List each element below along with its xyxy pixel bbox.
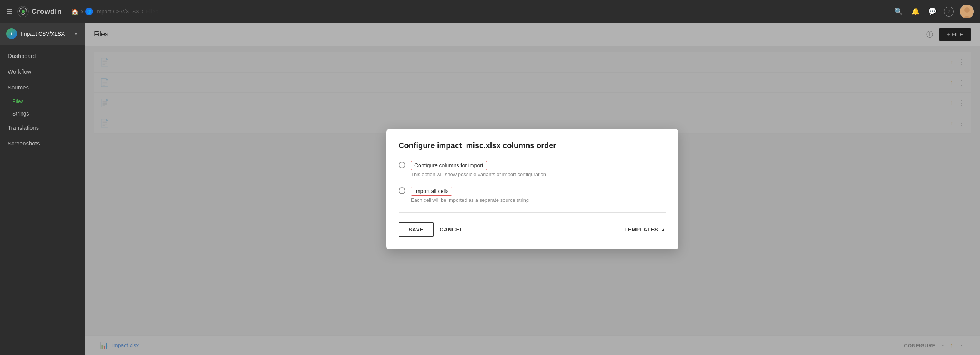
sidebar-item-dashboard[interactable]: Dashboard [0,48,85,64]
help-icon[interactable]: ? [944,7,954,17]
modal-option-import-all: Import all cells Each cell will be impor… [399,187,666,203]
templates-chevron-icon: ▲ [661,226,666,233]
option-configure-label: Configure columns for import [411,161,487,170]
sidebar-item-sources[interactable]: Sources [0,79,85,95]
breadcrumb-sep-2: › [142,8,144,15]
save-button[interactable]: SAVE [399,222,434,237]
option-configure-desc: This option will show possible variants … [411,172,666,177]
layout: i Impact CSV/XLSX ▼ Dashboard Workflow S… [0,23,980,355]
project-chevron-icon: ▼ [74,31,78,36]
option-configure-radio[interactable] [399,162,405,168]
messages-icon[interactable]: 💬 [927,6,938,17]
breadcrumb-sep-1: › [81,8,83,15]
project-name: Impact CSV/XLSX [21,31,70,37]
sidebar-item-workflow[interactable]: Workflow [0,64,85,79]
main-content: Files ⓘ + FILE 📄 ↑ ⋮ 📄 ↑ ⋮ 📄 [85,23,980,355]
option-import-all-label: Import all cells [411,187,452,196]
top-nav-right: 🔍 🔔 💬 ? [893,5,974,18]
svg-point-3 [964,7,970,13]
modal-divider [399,212,666,213]
avatar[interactable] [960,5,974,18]
option-import-all-content: Import all cells Each cell will be impor… [411,187,666,203]
sidebar-item-files[interactable]: Files [0,95,85,107]
notifications-icon[interactable]: 🔔 [910,6,921,17]
avatar-image [960,5,974,18]
configure-modal: Configure impact_misc.xlsx columns order… [386,129,678,249]
search-icon[interactable]: 🔍 [893,6,904,17]
top-nav-left: ☰ Crowdin 🏠 › 🌐 Impact CSV/XLSX › Files [6,5,158,18]
breadcrumb: 🏠 › 🌐 Impact CSV/XLSX › Files [66,8,158,15]
project-globe-icon: 🌐 [85,8,93,15]
sidebar-item-screenshots[interactable]: Screenshots [0,135,85,151]
breadcrumb-project[interactable]: Impact CSV/XLSX [95,8,139,15]
sidebar-nav: Dashboard Workflow Sources Files Strings… [0,45,85,154]
modal-option-configure: Configure columns for import This option… [399,161,666,177]
templates-label: TEMPLATES [624,226,658,233]
logo-text: Crowdin [32,8,62,16]
option-import-all-radio[interactable] [399,187,405,194]
project-selector[interactable]: i Impact CSV/XLSX ▼ [0,23,85,45]
logo: Crowdin [17,5,62,18]
templates-button[interactable]: TEMPLATES ▲ [624,226,666,233]
sidebar-item-strings[interactable]: Strings [0,107,85,120]
option-import-all-desc: Each cell will be imported as a separate… [411,197,666,203]
modal-overlay: Configure impact_misc.xlsx columns order… [85,23,980,355]
home-icon[interactable]: 🏠 [71,8,79,15]
cancel-button[interactable]: CANCEL [440,226,463,233]
svg-point-1 [22,10,25,13]
modal-title: Configure impact_misc.xlsx columns order [399,141,666,150]
breadcrumb-current: Files [146,8,158,15]
top-nav: ☰ Crowdin 🏠 › 🌐 Impact CSV/XLSX › Files … [0,0,980,23]
project-icon: i [6,28,17,39]
option-configure-content: Configure columns for import This option… [411,161,666,177]
crowdin-logo-icon [17,5,29,18]
hamburger-icon[interactable]: ☰ [6,7,12,16]
modal-footer: SAVE CANCEL TEMPLATES ▲ [399,222,666,237]
sidebar: i Impact CSV/XLSX ▼ Dashboard Workflow S… [0,23,85,355]
sidebar-item-translations[interactable]: Translations [0,120,85,135]
